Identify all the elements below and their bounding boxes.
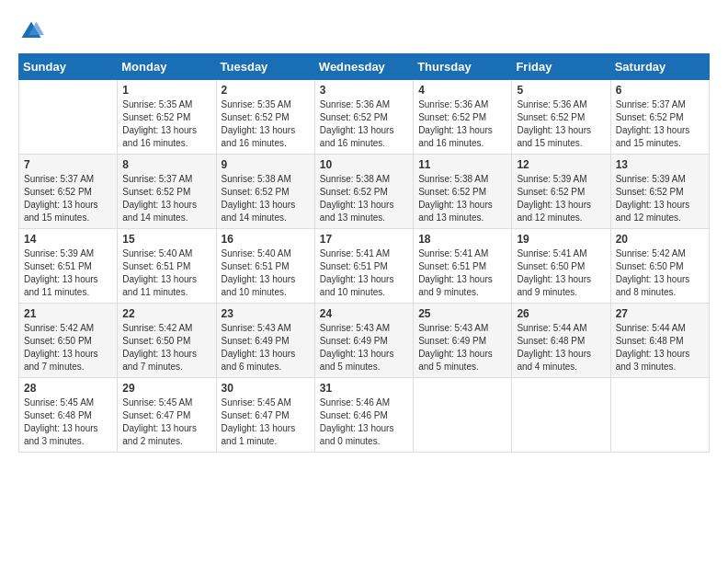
- calendar-cell: 4Sunrise: 5:36 AM Sunset: 6:52 PM Daylig…: [414, 80, 512, 155]
- calendar-table: SundayMondayTuesdayWednesdayThursdayFrid…: [18, 53, 710, 453]
- day-of-week-header: Saturday: [610, 54, 709, 80]
- cell-content: Sunrise: 5:37 AM Sunset: 6:52 PM Dayligh…: [24, 173, 112, 224]
- calendar-cell: 27Sunrise: 5:44 AM Sunset: 6:48 PM Dayli…: [610, 304, 709, 378]
- day-number: 4: [418, 84, 506, 97]
- logo-icon: [18, 18, 44, 44]
- cell-content: Sunrise: 5:37 AM Sunset: 6:52 PM Dayligh…: [616, 98, 704, 150]
- cell-content: Sunrise: 5:40 AM Sunset: 6:51 PM Dayligh…: [222, 247, 310, 299]
- calendar-cell: 16Sunrise: 5:40 AM Sunset: 6:51 PM Dayli…: [216, 229, 314, 304]
- calendar-cell: [414, 378, 512, 453]
- cell-content: Sunrise: 5:38 AM Sunset: 6:52 PM Dayligh…: [222, 173, 310, 224]
- calendar-week-row: 21Sunrise: 5:42 AM Sunset: 6:50 PM Dayli…: [19, 304, 710, 378]
- day-number: 17: [320, 233, 408, 246]
- calendar-cell: [512, 378, 610, 453]
- calendar-cell: 9Sunrise: 5:38 AM Sunset: 6:52 PM Daylig…: [216, 155, 314, 229]
- day-number: 8: [122, 158, 210, 171]
- day-number: 23: [222, 307, 310, 320]
- calendar-cell: 5Sunrise: 5:36 AM Sunset: 6:52 PM Daylig…: [512, 80, 610, 155]
- calendar-cell: 8Sunrise: 5:37 AM Sunset: 6:52 PM Daylig…: [118, 155, 216, 229]
- cell-content: Sunrise: 5:46 AM Sunset: 6:46 PM Dayligh…: [320, 396, 408, 448]
- cell-content: Sunrise: 5:39 AM Sunset: 6:51 PM Dayligh…: [24, 247, 112, 299]
- day-number: 25: [418, 307, 506, 320]
- calendar-cell: 13Sunrise: 5:39 AM Sunset: 6:52 PM Dayli…: [610, 155, 709, 229]
- calendar-cell: 20Sunrise: 5:42 AM Sunset: 6:50 PM Dayli…: [610, 229, 709, 304]
- calendar-cell: 24Sunrise: 5:43 AM Sunset: 6:49 PM Dayli…: [314, 304, 413, 378]
- day-number: 21: [24, 307, 112, 320]
- cell-content: Sunrise: 5:45 AM Sunset: 6:47 PM Dayligh…: [122, 396, 210, 448]
- cell-content: Sunrise: 5:41 AM Sunset: 6:50 PM Dayligh…: [517, 247, 605, 299]
- calendar-cell: 6Sunrise: 5:37 AM Sunset: 6:52 PM Daylig…: [610, 80, 709, 155]
- cell-content: Sunrise: 5:36 AM Sunset: 6:52 PM Dayligh…: [517, 98, 605, 150]
- calendar-cell: 14Sunrise: 5:39 AM Sunset: 6:51 PM Dayli…: [19, 229, 118, 304]
- day-number: 16: [222, 233, 310, 246]
- calendar-week-row: 14Sunrise: 5:39 AM Sunset: 6:51 PM Dayli…: [19, 229, 710, 304]
- cell-content: Sunrise: 5:38 AM Sunset: 6:52 PM Dayligh…: [418, 173, 506, 224]
- cell-content: Sunrise: 5:39 AM Sunset: 6:52 PM Dayligh…: [517, 173, 605, 224]
- day-number: 3: [320, 84, 408, 97]
- day-of-week-header: Monday: [118, 54, 216, 80]
- cell-content: Sunrise: 5:40 AM Sunset: 6:51 PM Dayligh…: [122, 247, 210, 299]
- cell-content: Sunrise: 5:39 AM Sunset: 6:52 PM Dayligh…: [616, 173, 704, 224]
- calendar-cell: 30Sunrise: 5:45 AM Sunset: 6:47 PM Dayli…: [216, 378, 314, 453]
- day-number: 13: [616, 158, 704, 171]
- cell-content: Sunrise: 5:43 AM Sunset: 6:49 PM Dayligh…: [320, 322, 408, 373]
- day-of-week-header: Wednesday: [314, 54, 413, 80]
- cell-content: Sunrise: 5:44 AM Sunset: 6:48 PM Dayligh…: [517, 322, 605, 373]
- cell-content: Sunrise: 5:43 AM Sunset: 6:49 PM Dayligh…: [222, 322, 310, 373]
- day-number: 20: [616, 233, 704, 246]
- cell-content: Sunrise: 5:41 AM Sunset: 6:51 PM Dayligh…: [320, 247, 408, 299]
- calendar-cell: 26Sunrise: 5:44 AM Sunset: 6:48 PM Dayli…: [512, 304, 610, 378]
- day-of-week-header: Thursday: [414, 54, 512, 80]
- cell-content: Sunrise: 5:43 AM Sunset: 6:49 PM Dayligh…: [418, 322, 506, 373]
- cell-content: Sunrise: 5:41 AM Sunset: 6:51 PM Dayligh…: [418, 247, 506, 299]
- day-number: 9: [222, 158, 310, 171]
- day-number: 7: [24, 158, 112, 171]
- day-number: 28: [24, 382, 112, 395]
- day-of-week-header: Sunday: [19, 54, 118, 80]
- cell-content: Sunrise: 5:35 AM Sunset: 6:52 PM Dayligh…: [122, 98, 210, 150]
- calendar-cell: 19Sunrise: 5:41 AM Sunset: 6:50 PM Dayli…: [512, 229, 610, 304]
- calendar-cell: 11Sunrise: 5:38 AM Sunset: 6:52 PM Dayli…: [414, 155, 512, 229]
- calendar-cell: [19, 80, 118, 155]
- calendar-week-row: 28Sunrise: 5:45 AM Sunset: 6:48 PM Dayli…: [19, 378, 710, 453]
- calendar-cell: 25Sunrise: 5:43 AM Sunset: 6:49 PM Dayli…: [414, 304, 512, 378]
- calendar-cell: 18Sunrise: 5:41 AM Sunset: 6:51 PM Dayli…: [414, 229, 512, 304]
- calendar-cell: 21Sunrise: 5:42 AM Sunset: 6:50 PM Dayli…: [19, 304, 118, 378]
- cell-content: Sunrise: 5:42 AM Sunset: 6:50 PM Dayligh…: [122, 322, 210, 373]
- calendar-cell: 12Sunrise: 5:39 AM Sunset: 6:52 PM Dayli…: [512, 155, 610, 229]
- calendar-cell: 23Sunrise: 5:43 AM Sunset: 6:49 PM Dayli…: [216, 304, 314, 378]
- cell-content: Sunrise: 5:45 AM Sunset: 6:47 PM Dayligh…: [222, 396, 310, 448]
- calendar-cell: 22Sunrise: 5:42 AM Sunset: 6:50 PM Dayli…: [118, 304, 216, 378]
- day-number: 30: [222, 382, 310, 395]
- calendar-cell: 15Sunrise: 5:40 AM Sunset: 6:51 PM Dayli…: [118, 229, 216, 304]
- calendar-cell: 17Sunrise: 5:41 AM Sunset: 6:51 PM Dayli…: [314, 229, 413, 304]
- day-number: 11: [418, 158, 506, 171]
- page-header: [18, 18, 710, 44]
- calendar-cell: 1Sunrise: 5:35 AM Sunset: 6:52 PM Daylig…: [118, 80, 216, 155]
- cell-content: Sunrise: 5:42 AM Sunset: 6:50 PM Dayligh…: [616, 247, 704, 299]
- day-number: 31: [320, 382, 408, 395]
- day-of-week-header: Friday: [512, 54, 610, 80]
- day-number: 29: [122, 382, 210, 395]
- day-of-week-header: Tuesday: [216, 54, 314, 80]
- cell-content: Sunrise: 5:42 AM Sunset: 6:50 PM Dayligh…: [24, 322, 112, 373]
- day-number: 15: [122, 233, 210, 246]
- day-number: 26: [517, 307, 605, 320]
- day-number: 19: [517, 233, 605, 246]
- day-number: 12: [517, 158, 605, 171]
- day-number: 2: [222, 84, 310, 97]
- calendar-cell: 28Sunrise: 5:45 AM Sunset: 6:48 PM Dayli…: [19, 378, 118, 453]
- day-number: 10: [320, 158, 408, 171]
- calendar-week-row: 1Sunrise: 5:35 AM Sunset: 6:52 PM Daylig…: [19, 80, 710, 155]
- cell-content: Sunrise: 5:36 AM Sunset: 6:52 PM Dayligh…: [320, 98, 408, 150]
- cell-content: Sunrise: 5:44 AM Sunset: 6:48 PM Dayligh…: [616, 322, 704, 373]
- calendar-cell: 2Sunrise: 5:35 AM Sunset: 6:52 PM Daylig…: [216, 80, 314, 155]
- cell-content: Sunrise: 5:45 AM Sunset: 6:48 PM Dayligh…: [24, 396, 112, 448]
- day-number: 18: [418, 233, 506, 246]
- calendar-cell: 31Sunrise: 5:46 AM Sunset: 6:46 PM Dayli…: [314, 378, 413, 453]
- day-number: 14: [24, 233, 112, 246]
- day-number: 6: [616, 84, 704, 97]
- cell-content: Sunrise: 5:35 AM Sunset: 6:52 PM Dayligh…: [222, 98, 310, 150]
- cell-content: Sunrise: 5:38 AM Sunset: 6:52 PM Dayligh…: [320, 173, 408, 224]
- calendar-cell: [610, 378, 709, 453]
